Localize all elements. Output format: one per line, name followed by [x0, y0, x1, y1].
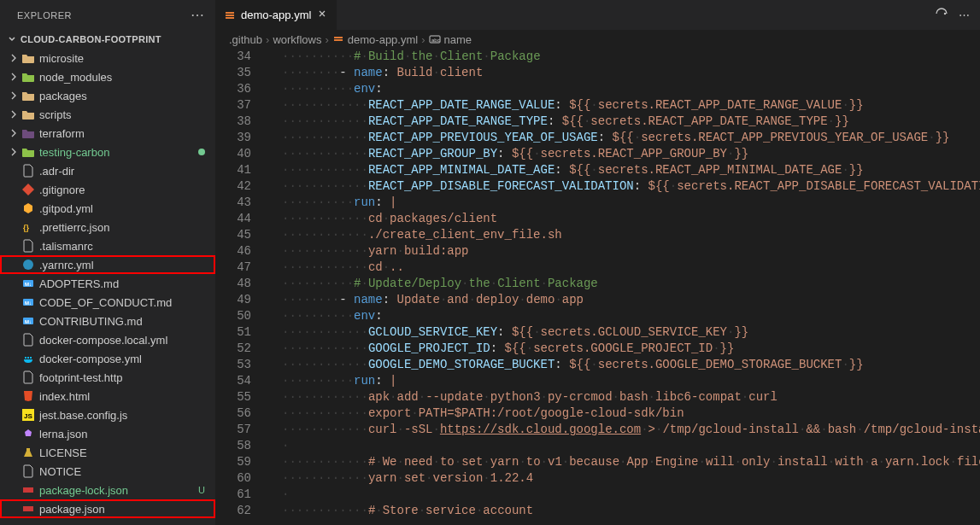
tree-item-label: index.html — [39, 390, 208, 403]
tree-item-docker-compose-yml[interactable]: docker-compose.yml — [0, 349, 215, 368]
tree-item-label: packages — [39, 90, 208, 102]
svg-point-15 — [944, 13, 946, 15]
code-line[interactable]: · — [282, 487, 980, 503]
code-line[interactable]: ··········run: | — [282, 373, 980, 389]
tree-item-label: .gitpod.yml — [39, 202, 208, 215]
toggle-panel-icon[interactable] — [935, 7, 948, 23]
code-line[interactable]: ··········#·Update/Deploy·the·Client·Pac… — [282, 276, 980, 292]
code-line[interactable]: ············REACT_APP_MINIMAL_DATE_AGE: … — [282, 162, 980, 178]
chevron-right-icon — [7, 90, 21, 101]
tree-item-scripts[interactable]: scripts — [0, 105, 215, 124]
tree-item-code-of-conduct-md[interactable]: M↓CODE_OF_CONDUCT.md — [0, 293, 215, 312]
code-line[interactable]: ············curl·-sSL·https://sdk.cloud.… — [282, 422, 980, 438]
tree-item-label: jest.base.config.js — [39, 409, 208, 422]
tree-item-label: node_modules — [39, 71, 208, 84]
tab-bar: demo-app.yml ⋯ — [215, 0, 980, 30]
code-line[interactable]: ············export·PATH=$PATH:/root/goog… — [282, 405, 980, 422]
npm-icon — [21, 503, 36, 515]
svg-rect-16 — [334, 37, 343, 38]
tree-item-footprint-test-http[interactable]: footprint-test.http — [0, 368, 215, 387]
tree-item-license[interactable]: LICENSE — [0, 443, 215, 462]
tree-item-label: .gitignore — [39, 184, 208, 196]
code-line[interactable]: ············REACT_APP_GROUP_BY: ${{·secr… — [282, 146, 980, 162]
breadcrumb-item[interactable]: demo-app.yml — [332, 33, 418, 46]
breadcrumb-separator: › — [421, 33, 425, 46]
tree-item-testing-carbon[interactable]: testing-carbon — [0, 143, 215, 161]
code-line[interactable]: ··········env: — [282, 308, 980, 324]
code-line[interactable]: ········- name: Update·and·deploy·demo·a… — [282, 292, 980, 308]
breadcrumb-item[interactable]: .github — [229, 33, 262, 46]
tree-item-notice[interactable]: NOTICE — [0, 462, 215, 481]
breadcrumb-item[interactable]: workflows — [273, 33, 321, 46]
code-line[interactable]: ··········env: — [282, 81, 980, 97]
tree-item-microsite[interactable]: microsite — [0, 49, 215, 67]
tree-item--adr-dir[interactable]: .adr-dir — [0, 161, 215, 180]
tree-item-index-html[interactable]: index.html — [0, 387, 215, 405]
breadcrumb[interactable]: .github›workflows›demo-app.yml›abcname — [215, 30, 980, 49]
license-icon — [21, 446, 36, 458]
folder-icon — [21, 127, 36, 139]
code-line[interactable]: ············yarn·set·version·1.22.4 — [282, 470, 980, 487]
tree-item-package-json[interactable]: package.json — [0, 499, 215, 518]
tree-item-lerna-json[interactable]: lerna.json — [0, 424, 215, 443]
code-line[interactable]: ············yarn·build:app — [282, 243, 980, 260]
tab-demo-app[interactable]: demo-app.yml — [215, 0, 337, 30]
svg-rect-10 — [23, 487, 33, 493]
md-icon: M↓ — [21, 315, 36, 327]
close-icon[interactable] — [316, 8, 328, 22]
breadcrumb-item[interactable]: abcname — [429, 33, 472, 46]
svg-rect-11 — [23, 506, 33, 511]
fold-margin — [267, 49, 282, 525]
workspace-header[interactable]: CLOUD-CARBON-FOOTPRINT — [0, 30, 215, 49]
tree-item-label: .talismanrc — [39, 240, 208, 253]
more-actions-icon[interactable]: ⋯ — [959, 9, 970, 21]
code-line[interactable]: ············GOOGLE_DEMO_STORAGE_BUCKET: … — [282, 357, 980, 373]
code-line[interactable]: ············GOOGLE_PROJECT_ID: ${{·secre… — [282, 341, 980, 357]
code-line[interactable]: ············cd·.. — [282, 260, 980, 276]
gitpod-icon — [21, 202, 36, 214]
tree-item--prettierrc-json[interactable]: {}.prettierrc.json — [0, 218, 215, 236]
code-line[interactable]: ············REACT_APP_DISABLE_FORECAST_V… — [282, 178, 980, 195]
svg-text:M↓: M↓ — [25, 282, 32, 287]
code-line[interactable]: ········- name: Build·client — [282, 65, 980, 81]
chevron-right-icon — [7, 109, 21, 120]
code-line[interactable]: ············REACT_APP_PREVIOUS_YEAR_OF_U… — [282, 130, 980, 146]
code-line[interactable]: ············#·Store·service·account — [282, 503, 980, 519]
tree-item--talismanrc[interactable]: .talismanrc — [0, 236, 215, 255]
code-line[interactable]: ············apk·add·--update·python3·py-… — [282, 389, 980, 405]
tree-item--gitignore[interactable]: .gitignore — [0, 180, 215, 199]
code-editor[interactable]: 3435363738394041424344454647484950515253… — [215, 49, 980, 525]
tree-item-label: package-lock.json — [39, 484, 198, 497]
code-line[interactable]: ············GCLOUD_SERVICE_KEY: ${{·secr… — [282, 324, 980, 341]
docker-icon — [21, 353, 36, 365]
tree-item--yarnrc-yml[interactable]: .yarnrc.yml — [0, 255, 215, 274]
tree-item-packages[interactable]: packages — [0, 86, 215, 105]
file-tree: micrositenode_modulespackagesscriptsterr… — [0, 49, 215, 525]
npm-icon — [21, 484, 36, 496]
code-line[interactable]: ··········#·Build·the·Client·Package — [282, 49, 980, 65]
tree-item-label: microsite — [39, 52, 208, 65]
tree-item-label: CODE_OF_CONDUCT.md — [39, 296, 208, 309]
tree-item-contributing-md[interactable]: M↓CONTRIBUTING.md — [0, 312, 215, 330]
svg-rect-13 — [226, 12, 234, 14]
code-line[interactable]: ············cd·packages/client — [282, 211, 980, 227]
tree-item-adopters-md[interactable]: M↓ADOPTERS.md — [0, 274, 215, 293]
code-line[interactable]: ············REACT_APP_DATE_RANGE_VALUE: … — [282, 97, 980, 114]
git-status: U — [198, 485, 208, 495]
tree-item-label: CONTRIBUTING.md — [39, 315, 208, 328]
code-line[interactable]: ············#·We·need·to·set·yarn·to·v1·… — [282, 454, 980, 470]
tree-item-jest-base-config-js[interactable]: JSjest.base.config.js — [0, 405, 215, 424]
code-line[interactable]: ··········run: | — [282, 195, 980, 211]
modified-dot — [198, 149, 205, 155]
tree-item--gitpod-yml[interactable]: .gitpod.yml — [0, 199, 215, 218]
code-line[interactable]: · — [282, 438, 980, 454]
tree-item-node-modules[interactable]: node_modules — [0, 67, 215, 86]
code-line[interactable]: ············./create_client_env_file.sh — [282, 227, 980, 243]
tree-item-terraform[interactable]: terraform — [0, 124, 215, 143]
chevron-right-icon — [7, 147, 21, 157]
code-line[interactable]: ············REACT_APP_DATE_RANGE_TYPE: $… — [282, 114, 980, 130]
tree-item-docker-compose-local-yml[interactable]: docker-compose.local.yml — [0, 330, 215, 349]
code-content[interactable]: ··········#·Build·the·Client·Package····… — [282, 49, 980, 525]
tree-item-package-lock-json[interactable]: package-lock.jsonU — [0, 481, 215, 499]
explorer-more-icon[interactable]: ⋯ — [191, 7, 205, 23]
